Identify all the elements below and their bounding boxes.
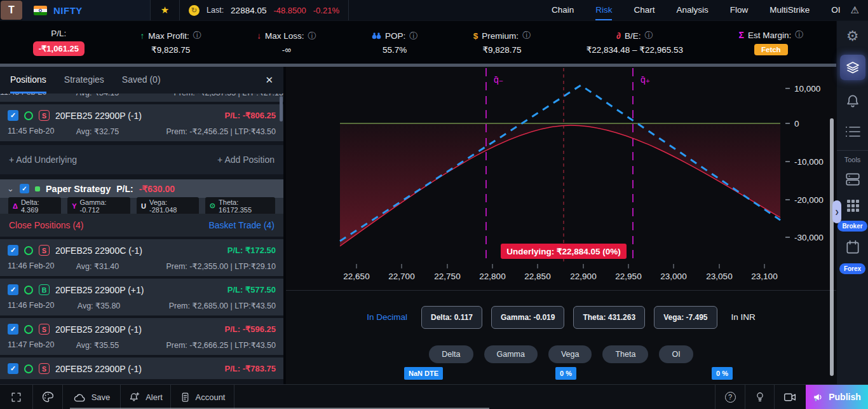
pill-oi[interactable]: OI	[659, 345, 693, 363]
info-icon[interactable]: ⓘ	[795, 29, 803, 41]
info-icon[interactable]: ⓘ	[308, 31, 316, 42]
position-checkbox[interactable]: ✓	[8, 324, 18, 335]
position-row[interactable]: ✓ S 20FEB25 22900P (-1) P/L: -₹783.75	[0, 357, 283, 379]
nav-flow[interactable]: Flow	[730, 0, 749, 20]
nav-chart[interactable]: Chart	[634, 0, 654, 20]
position-checkbox[interactable]: ✓	[8, 245, 18, 256]
status-ring-icon[interactable]	[24, 246, 33, 255]
app-logo[interactable]: T	[1, 1, 22, 20]
partial-icon: ∂	[616, 31, 621, 41]
info-icon[interactable]: ⓘ	[193, 30, 201, 41]
theme-palette-icon[interactable]	[33, 385, 63, 409]
warning-icon[interactable]: ⚠	[851, 0, 868, 20]
sidebar-divider	[837, 150, 868, 151]
forex-badge[interactable]: Forex	[839, 263, 865, 274]
panel-scrollbar[interactable]	[280, 96, 283, 121]
status-ring-icon[interactable]	[24, 325, 33, 334]
tab-saved[interactable]: Saved (0)	[122, 67, 161, 94]
iv-badge[interactable]: 0 %	[555, 367, 576, 380]
strategy-status-icon	[35, 186, 40, 191]
close-panel-icon[interactable]: ✕	[265, 67, 273, 94]
pill-theta[interactable]: Theta	[602, 345, 648, 363]
position-title: 20FEB25 22900C (-1)	[55, 246, 142, 256]
megaphone-icon	[813, 392, 824, 402]
position-row[interactable]: ✓ S 20FEB25 22900P (-1) P/L: -₹596.25 11…	[0, 318, 283, 355]
pill-gamma[interactable]: Gamma	[484, 345, 538, 363]
gamma-summary-box[interactable]: Gamma: -0.019	[491, 306, 564, 329]
nav-chain[interactable]: Chain	[552, 0, 574, 20]
notifications-bell-icon[interactable]	[844, 93, 861, 109]
broker-badge[interactable]: Broker	[837, 221, 867, 232]
apps-grid-icon[interactable]	[845, 198, 860, 213]
strategy-header[interactable]: ⌄ ✓ Paper Strategy P/L: -₹630.00	[0, 179, 283, 198]
theta-summary-box[interactable]: Theta: 431.263	[573, 306, 645, 329]
status-ring-icon[interactable]	[24, 111, 33, 120]
chevron-down-icon[interactable]: ⌄	[7, 186, 14, 192]
tab-positions[interactable]: Positions	[10, 67, 46, 94]
ideas-bulb-icon[interactable]	[745, 385, 774, 409]
side-badge-sell[interactable]: S	[39, 110, 50, 121]
watchlist-list-icon[interactable]	[844, 125, 861, 139]
info-icon[interactable]: ⓘ	[409, 31, 417, 42]
close-positions-link[interactable]: Close Positions (4)	[9, 220, 84, 230]
nav-analysis[interactable]: Analysis	[676, 0, 708, 20]
position-checkbox[interactable]: ✓	[8, 110, 18, 121]
tab-strategies[interactable]: Strategies	[64, 67, 104, 94]
symbol-selector[interactable]: NIFTY	[22, 0, 151, 20]
account-button[interactable]: Account	[171, 385, 234, 409]
nav-oi[interactable]: OI	[831, 0, 840, 20]
last-label: Last:	[207, 6, 224, 15]
refresh-coin-icon[interactable]: ↻	[189, 5, 200, 16]
status-ring-icon[interactable]	[24, 364, 33, 373]
dte-badge[interactable]: NaN DTE	[404, 367, 443, 380]
vega-summary-box[interactable]: Vega: -7.495	[654, 306, 717, 329]
sidebar-expand-handle[interactable]: ❯	[832, 200, 841, 223]
alert-button[interactable]: Alert	[121, 385, 171, 409]
position-pl: P/L: ₹577.50	[227, 285, 276, 295]
position-row[interactable]: ✓ S 20FEB25 22900C (-1) P/L: ₹172.50 11:…	[0, 239, 283, 276]
clipped-position-row[interactable]: 11:45 Feb-20 Avg: ₹34.15 Prem: -₹2,337.5…	[0, 94, 283, 102]
strategy-checkbox[interactable]: ✓	[20, 184, 29, 193]
calendar-icon[interactable]	[844, 239, 861, 256]
position-row[interactable]: ✓ S 20FEB25 22900P (-1) P/L: -₹806.25 11…	[0, 104, 283, 141]
side-badge-buy[interactable]: B	[39, 284, 50, 295]
side-badge-sell[interactable]: S	[39, 363, 50, 374]
position-title: 20FEB25 22900P (-1)	[55, 111, 142, 121]
info-icon[interactable]: ⓘ	[522, 30, 531, 41]
basket-trade-link[interactable]: Basket Trade (4)	[209, 220, 275, 230]
server-stack-icon[interactable]	[844, 171, 861, 188]
in-inr-toggle[interactable]: In INR	[731, 312, 756, 322]
settings-gear-icon[interactable]: ⚙	[846, 28, 859, 45]
side-badge-sell[interactable]: S	[39, 324, 50, 335]
status-ring-icon[interactable]	[24, 286, 33, 295]
position-checkbox[interactable]: ✓	[8, 363, 18, 374]
publish-button[interactable]: Publish	[806, 385, 868, 409]
nav-risk[interactable]: Risk	[595, 0, 612, 20]
chart-scrollbar[interactable]	[830, 118, 834, 376]
chart-area: q̄₋ q̄₊ 10,000	[286, 67, 836, 384]
dollar-icon: $	[473, 31, 478, 41]
fullscreen-button[interactable]	[0, 385, 33, 409]
help-button[interactable]: ?	[715, 385, 745, 409]
add-position-button[interactable]: + Add Position	[217, 155, 275, 165]
add-underlying-button[interactable]: + Add Underlying	[9, 155, 77, 165]
svg-text:22,850: 22,850	[524, 272, 550, 281]
fetch-margin-button[interactable]: Fetch	[754, 44, 788, 55]
nav-multistrike[interactable]: MultiStrike	[770, 0, 810, 20]
pill-vega[interactable]: Vega	[548, 345, 592, 363]
layers-icon[interactable]	[840, 55, 865, 80]
payoff-chart-canvas[interactable]: q̄₋ q̄₊ 10,000	[286, 67, 836, 290]
svg-text:Underlying: ₹22,884.05 (0%): Underlying: ₹22,884.05 (0%)	[506, 247, 621, 256]
in-decimal-toggle[interactable]: In Decimal	[367, 312, 407, 322]
pill-delta[interactable]: Delta	[429, 345, 473, 363]
side-badge-sell[interactable]: S	[39, 245, 50, 256]
iv-badge[interactable]: 0 %	[712, 367, 733, 380]
screen-record-camera-icon[interactable]	[774, 385, 806, 409]
save-button[interactable]: Save	[63, 385, 121, 409]
info-icon[interactable]: ⓘ	[645, 30, 653, 41]
delta-summary-box[interactable]: Delta: 0.117	[421, 306, 482, 329]
favorite-star-icon[interactable]: ★	[151, 0, 180, 20]
position-row[interactable]: ✓ B 20FEB25 22900P (+1) P/L: ₹577.50 11:…	[0, 279, 283, 315]
position-checkbox[interactable]: ✓	[8, 284, 18, 295]
position-time: 11:46 Feb-20	[8, 301, 54, 310]
